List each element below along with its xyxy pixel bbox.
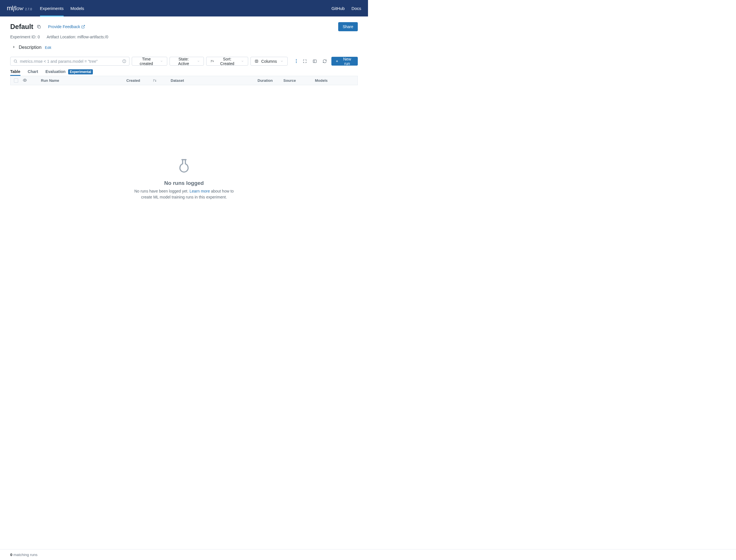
svg-rect-0: [38, 26, 41, 28]
svg-rect-17: [313, 60, 316, 62]
select-all-checkbox[interactable]: [14, 78, 18, 83]
nav-link-docs[interactable]: Docs: [352, 6, 361, 11]
empty-state: No runs logged No runs have been logged …: [10, 85, 358, 200]
svg-point-16: [296, 62, 297, 63]
state-label: State: Active: [174, 57, 194, 66]
col-created[interactable]: Created: [126, 78, 166, 83]
fullscreen-icon[interactable]: [303, 59, 307, 64]
toolbar: Time created State: Active Sort: Created…: [10, 57, 358, 66]
meta-row: Experiment ID: 0 Artifact Location: mlfl…: [10, 35, 358, 39]
col-created-label: Created: [126, 78, 140, 83]
table-header: Run Name Created Dataset Duration Source…: [10, 76, 358, 85]
columns-label: Columns: [261, 59, 277, 64]
chevron-down-icon: [160, 60, 163, 63]
share-button[interactable]: Share: [338, 22, 358, 31]
topnav-left: mlflow 2.7.0 Experiments Models: [7, 0, 84, 16]
logo-text: mlflow: [7, 5, 23, 12]
svg-point-2: [14, 60, 17, 62]
col-models[interactable]: Models: [315, 78, 328, 83]
col-source[interactable]: Source: [283, 78, 310, 83]
info-icon[interactable]: [122, 59, 126, 64]
nav-tab-experiments[interactable]: Experiments: [40, 0, 64, 16]
content: Default Provide Feedback Share Experimen…: [0, 16, 368, 200]
logo-version: 2.7.0: [25, 7, 32, 11]
tab-evaluation-label: Evaluation: [45, 69, 66, 74]
copy-icon[interactable]: [37, 24, 41, 29]
tab-evaluation[interactable]: Evaluation Experimental: [45, 69, 93, 76]
new-run-label: New run: [340, 57, 354, 66]
time-created-label: Time created: [136, 57, 157, 66]
sort-desc-icon: [153, 79, 156, 82]
flask-icon: [176, 158, 192, 174]
logo[interactable]: mlflow 2.7.0: [7, 5, 32, 12]
sort-label: Sort: Created: [217, 57, 238, 66]
top-nav: mlflow 2.7.0 Experiments Models GitHub D…: [0, 0, 368, 16]
title-row: Default Provide Feedback Share: [10, 22, 358, 31]
view-tabs: Table Chart Evaluation Experimental: [10, 69, 358, 76]
artifact-location: Artifact Location: mlflow-artifacts:/0: [47, 35, 108, 39]
toolbar-icons: [296, 59, 327, 64]
tab-table[interactable]: Table: [10, 69, 20, 76]
col-duration[interactable]: Duration: [258, 78, 279, 83]
time-created-filter[interactable]: Time created: [132, 57, 167, 66]
columns-icon: [255, 59, 258, 63]
new-run-button[interactable]: New run: [331, 57, 358, 66]
nav-link-github[interactable]: GitHub: [331, 6, 345, 11]
sort-icon: [210, 59, 214, 63]
col-run-name[interactable]: Run Name: [41, 78, 122, 83]
svg-line-1: [83, 25, 85, 27]
search-input[interactable]: [20, 59, 122, 64]
tab-chart[interactable]: Chart: [28, 69, 38, 76]
description-label: Description: [19, 45, 41, 50]
nav-tabs: Experiments Models: [40, 0, 84, 16]
col-dataset[interactable]: Dataset: [171, 78, 253, 83]
svg-point-15: [296, 61, 297, 62]
topnav-right: GitHub Docs: [331, 6, 361, 11]
feedback-label: Provide Feedback: [48, 24, 80, 29]
panel-icon[interactable]: [313, 59, 317, 64]
provide-feedback-link[interactable]: Provide Feedback: [48, 24, 85, 29]
search-wrap: [10, 57, 129, 66]
refresh-icon[interactable]: [323, 59, 327, 64]
empty-title: No runs logged: [164, 180, 204, 186]
plus-icon: [335, 59, 339, 63]
external-link-icon: [81, 25, 85, 29]
columns-filter[interactable]: Columns: [250, 57, 288, 66]
more-icon[interactable]: [296, 59, 297, 64]
empty-text: No runs have been logged yet. Learn more…: [133, 188, 235, 200]
logo-ml: ml: [7, 5, 13, 12]
edit-description-link[interactable]: Edit: [45, 45, 51, 50]
empty-text-before: No runs have been logged yet.: [134, 189, 190, 193]
page-title: Default: [10, 23, 33, 31]
chevron-down-icon: [280, 60, 283, 63]
learn-more-link[interactable]: Learn more: [189, 189, 210, 193]
chevron-right-icon[interactable]: [12, 45, 15, 49]
nav-tab-models[interactable]: Models: [70, 0, 84, 16]
chevron-down-icon: [241, 60, 244, 63]
experimental-badge: Experimental: [68, 69, 93, 74]
experiment-id: Experiment ID: 0: [10, 35, 40, 39]
svg-point-21: [24, 80, 26, 81]
state-filter[interactable]: State: Active: [170, 57, 204, 66]
chevron-down-icon: [197, 60, 200, 63]
logo-flow: flow: [13, 5, 23, 12]
search-icon: [13, 59, 18, 63]
svg-line-3: [16, 62, 17, 63]
description-row: Description Edit: [12, 45, 358, 50]
svg-rect-11: [255, 60, 258, 62]
svg-point-14: [296, 59, 297, 60]
sort-filter[interactable]: Sort: Created: [206, 57, 248, 66]
visibility-icon[interactable]: [23, 78, 27, 83]
